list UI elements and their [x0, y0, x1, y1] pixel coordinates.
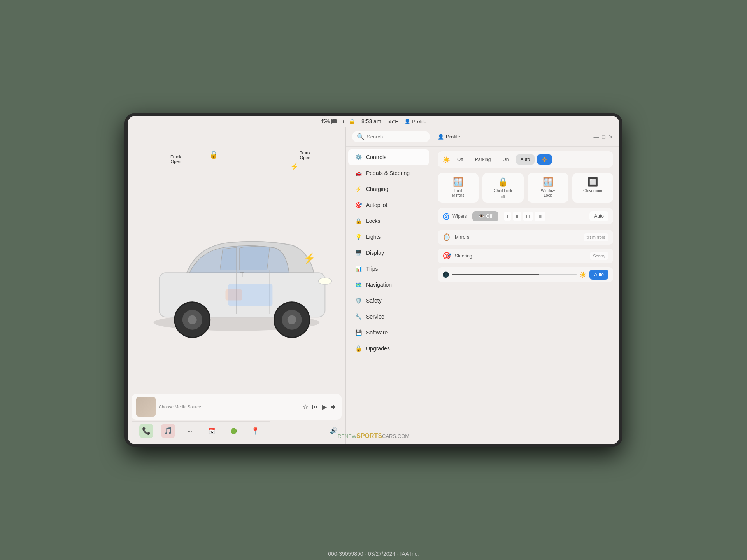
- menu-item-lights-label: Lights: [366, 234, 381, 240]
- child-lock-card[interactable]: 🔒 Child Lock off: [482, 173, 523, 203]
- media-bar: Choose Media Source ☆ ⏮ ▶ ⏭: [132, 394, 342, 420]
- gloveroom-label: Gloveroom: [583, 189, 602, 193]
- brightness-auto-btn[interactable]: Auto: [589, 270, 608, 280]
- gloveroom-icon: 🔲: [587, 177, 598, 187]
- media-controls: ☆ ⏮ ▶ ⏭: [303, 403, 337, 411]
- steering-sentry[interactable]: Sentry: [590, 252, 608, 260]
- child-lock-sublabel: off: [501, 195, 505, 199]
- menu-item-autopilot-label: Autopilot: [366, 202, 387, 208]
- menu-item-controls[interactable]: ⚙️ Controls: [348, 149, 429, 165]
- profile-icon: 👤: [404, 119, 410, 124]
- child-lock-icon: 🔒: [498, 177, 508, 187]
- wiper-speed-3[interactable]: III: [523, 212, 533, 221]
- car-illustration: ⚡ T: [132, 131, 342, 392]
- window-lock-card[interactable]: 🪟 WindowLock: [528, 173, 568, 203]
- taskbar-pins[interactable]: 📍: [248, 424, 262, 438]
- fold-mirrors-card[interactable]: 🪟 FoldMirrors: [438, 173, 479, 203]
- menu-item-charging[interactable]: ⚡ Charging: [348, 181, 429, 197]
- brightness-low-icon: 🌑: [442, 271, 449, 278]
- right-header: 🔍 👤 Profile — □ ✕: [346, 127, 619, 147]
- safety-icon: 🛡️: [354, 297, 362, 304]
- lights-active-btn[interactable]: 🔆: [537, 154, 552, 164]
- media-info: Choose Media Source: [159, 404, 300, 409]
- profile-link[interactable]: 👤 Profile: [438, 134, 460, 140]
- lights-on-btn[interactable]: On: [498, 154, 513, 164]
- profile-indicator[interactable]: 👤 Profile: [404, 119, 426, 124]
- wiper-speed-2[interactable]: II: [513, 212, 521, 221]
- menu-item-display-label: Display: [366, 250, 384, 256]
- menu-item-lights[interactable]: 💡 Lights: [348, 229, 429, 245]
- profile-label: Profile: [412, 119, 426, 124]
- brightness-slider-fill: [452, 274, 539, 275]
- svg-point-10: [318, 278, 331, 284]
- sun-icon: ☀️: [442, 156, 450, 163]
- menu-item-navigation[interactable]: 🗺️ Navigation: [348, 277, 429, 292]
- menu-item-service[interactable]: 🔧 Service: [348, 309, 429, 324]
- volume-icon[interactable]: 🔊: [330, 427, 338, 434]
- menu-item-locks[interactable]: 🔒 Locks: [348, 213, 429, 229]
- wiper-label: Wipers: [452, 214, 467, 219]
- menu-item-safety[interactable]: 🛡️ Safety: [348, 293, 429, 308]
- menu-item-navigation-label: Navigation: [366, 282, 392, 288]
- taskbar-phone[interactable]: 📞: [139, 424, 153, 438]
- menu-item-locks-label: Locks: [366, 218, 381, 224]
- taskbar-music[interactable]: 🎵: [161, 424, 175, 438]
- right-panel: 🔍 👤 Profile — □ ✕: [346, 127, 619, 444]
- battery-indicator: 45%: [321, 119, 342, 124]
- menu-item-pedals-label: Pedals & Steering: [366, 170, 410, 176]
- svg-text:T: T: [240, 270, 244, 279]
- fold-mirrors-icon: 🪟: [453, 177, 463, 187]
- taskbar-calendar[interactable]: 📅: [205, 424, 219, 438]
- fold-mirrors-label: FoldMirrors: [452, 189, 464, 198]
- wiper-speed-1[interactable]: I: [504, 212, 511, 221]
- wiper-off-label: Off: [486, 214, 492, 219]
- menu-item-display[interactable]: 🖥️ Display: [348, 245, 429, 261]
- search-input[interactable]: [367, 134, 425, 140]
- taskbar-more[interactable]: ···: [183, 424, 197, 438]
- lights-parking-btn[interactable]: Parking: [470, 154, 496, 164]
- favorite-icon[interactable]: ☆: [303, 403, 308, 411]
- menu-list: ⚙️ Controls 🚗 Pedals & Steering ⚡ Chargi…: [346, 147, 431, 444]
- header-icon-1[interactable]: —: [594, 134, 599, 140]
- brightness-slider-track[interactable]: [452, 274, 577, 275]
- media-source-label: Choose Media Source: [159, 404, 300, 409]
- search-box[interactable]: 🔍: [352, 131, 430, 142]
- wiper-off-btn[interactable]: 👁️ Off: [472, 211, 498, 221]
- profile-link-label: Profile: [446, 134, 460, 140]
- window-lock-label: WindowLock: [541, 189, 555, 198]
- play-pause-icon[interactable]: ▶: [322, 403, 327, 411]
- charging-icon: ⚡: [354, 185, 362, 193]
- gloveroom-card[interactable]: 🔲 Gloveroom: [572, 173, 613, 203]
- status-bar: 45% 🔒 8:53 am 55°F 👤 Profile: [128, 116, 619, 127]
- steering-row: 🎯 Steering Sentry: [438, 248, 613, 263]
- taskbar-status[interactable]: 🟢: [226, 424, 240, 438]
- header-icon-2[interactable]: □: [602, 134, 605, 140]
- mirrors-control[interactable]: tilt mirrors: [584, 233, 608, 241]
- left-panel: Frunk Open Trunk Open 🔓: [128, 127, 345, 444]
- lights-auto-btn[interactable]: Auto: [516, 154, 535, 164]
- right-header-icons: — □ ✕: [594, 134, 613, 140]
- right-body: ⚙️ Controls 🚗 Pedals & Steering ⚡ Chargi…: [346, 147, 619, 444]
- taskbar-wrapper: 📞 🎵 ··· 📅 🟢 📍 🔊: [132, 421, 342, 440]
- lights-row: ☀️ Off Parking On Auto 🔆: [438, 151, 613, 168]
- wiper-speeds: I II III IIII: [504, 212, 545, 221]
- menu-item-software-label: Software: [366, 329, 388, 336]
- software-icon: 💾: [354, 329, 362, 336]
- mirrors-label: Mirrors: [455, 234, 478, 240]
- status-time: 8:53 am: [361, 118, 381, 124]
- frunk-label: Frunk Open: [170, 154, 181, 164]
- menu-item-upgrades[interactable]: 🔓 Upgrades: [348, 341, 429, 356]
- main-content: Frunk Open Trunk Open 🔓: [128, 127, 619, 444]
- menu-item-autopilot[interactable]: 🎯 Autopilot: [348, 197, 429, 213]
- lights-off-btn[interactable]: Off: [452, 154, 468, 164]
- wiper-speed-4[interactable]: IIII: [535, 212, 545, 221]
- menu-item-trips[interactable]: 📊 Trips: [348, 261, 429, 276]
- menu-item-pedals[interactable]: 🚗 Pedals & Steering: [348, 165, 429, 181]
- next-track-icon[interactable]: ⏭: [331, 403, 337, 410]
- search-icon: 🔍: [357, 133, 365, 140]
- autopilot-icon: 🎯: [354, 201, 362, 209]
- wiper-auto-btn[interactable]: Auto: [589, 211, 608, 221]
- header-icon-3[interactable]: ✕: [608, 134, 613, 140]
- menu-item-software[interactable]: 💾 Software: [348, 325, 429, 340]
- prev-track-icon[interactable]: ⏮: [312, 403, 318, 410]
